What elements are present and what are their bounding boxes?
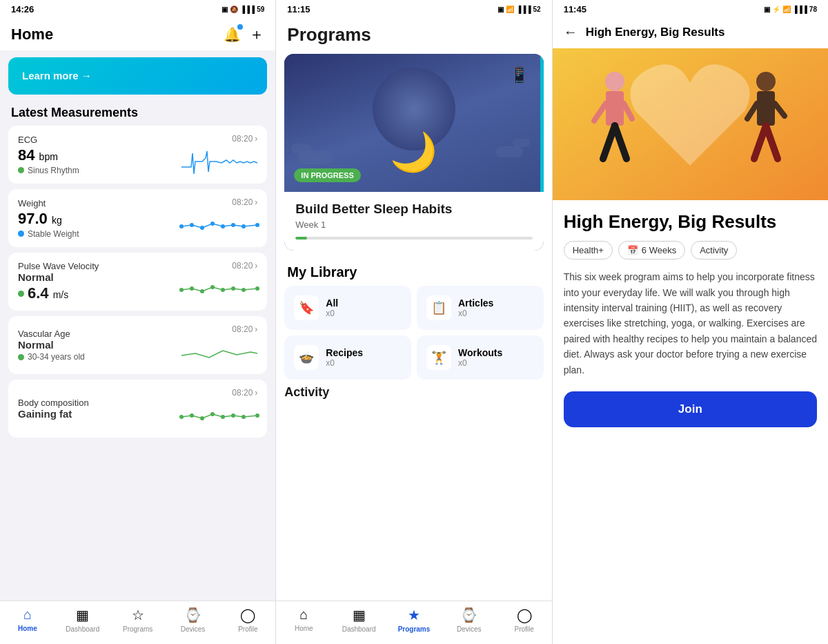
- ecg-status: Sinus Rhythm: [18, 166, 181, 175]
- wifi-icon: 📶: [506, 6, 514, 13]
- status-icons-2: ▣ 📶 ▐▐▐ 52: [497, 6, 540, 13]
- library-item-workouts[interactable]: 🏋 Workouts x0: [417, 335, 544, 380]
- nav2-profile-label: Profile: [515, 625, 534, 633]
- nav-home[interactable]: ⌂ Home: [0, 607, 55, 633]
- all-icon: 🔖: [294, 295, 319, 320]
- status-bar-2: 11:15 ▣ 📶 ▐▐▐ 52: [276, 0, 551, 17]
- header-actions: 🔔 ＋: [224, 24, 264, 45]
- app-header: Home 🔔 ＋: [0, 17, 275, 50]
- va-chart: [181, 338, 257, 366]
- activity-preview: Activity: [284, 385, 543, 400]
- bc-time: 08:20 ›: [232, 388, 257, 398]
- library-item-recipes[interactable]: 🍲 Recipes x0: [284, 335, 411, 380]
- programs-header: Programs: [276, 17, 551, 54]
- nfc-icon-2: ▣: [497, 6, 504, 13]
- library-recipes-count: x0: [326, 358, 363, 368]
- pwv-status: 6.4 m/s: [18, 284, 181, 302]
- detail-header: ← High Energy, Big Results: [553, 17, 828, 48]
- tag-health-plus: Health+: [564, 241, 613, 260]
- measurement-pwv[interactable]: Pulse Wave Velocity Normal 6.4 m/s 08:20…: [8, 253, 267, 311]
- learn-more-banner[interactable]: Learn more →: [8, 57, 267, 95]
- nav-dashboard[interactable]: ▦ Dashboard: [55, 607, 110, 633]
- add-icon[interactable]: ＋: [249, 24, 264, 45]
- weeks-label: 6 Weeks: [642, 245, 676, 255]
- library-workouts-count: x0: [458, 358, 502, 368]
- program-detail-title: High Energy, Big Results: [564, 211, 817, 233]
- runner2-svg: [742, 69, 790, 173]
- library-all-count: x0: [326, 309, 338, 318]
- nav2-programs[interactable]: ★ Programs: [386, 607, 442, 633]
- weight-label: Weight: [18, 198, 181, 208]
- pwv-chart: [181, 275, 257, 302]
- nav2-dashboard[interactable]: ▦ Dashboard: [331, 607, 386, 633]
- measurement-ecg[interactable]: ECG 84 bpm Sinus Rhythm 08:20 ›: [8, 126, 267, 184]
- profile-icon-2: ◯: [517, 607, 532, 623]
- nav-programs[interactable]: ☆ Programs: [110, 607, 166, 633]
- nav-home-label: Home: [18, 625, 37, 632]
- program-card-week: Week 1: [295, 219, 532, 230]
- runner1-svg: [591, 69, 639, 173]
- svg-point-22: [241, 415, 246, 419]
- nav2-profile[interactable]: ◯ Profile: [497, 607, 552, 633]
- screen-programs: 11:15 ▣ 📶 ▐▐▐ 52 Programs 🌙: [275, 0, 551, 644]
- svg-point-9: [190, 286, 194, 291]
- silent-icon: 🔕: [230, 6, 238, 13]
- signal-icon-2: ▐▐▐: [516, 6, 531, 13]
- join-button[interactable]: Join: [564, 391, 817, 427]
- ecg-dot: [18, 167, 24, 173]
- back-button[interactable]: ←: [564, 24, 578, 40]
- ecg-time: 08:20 ›: [232, 134, 257, 144]
- library-grid: 🔖 All x0 📋 Articles x0 🍲 Recipes x0: [284, 286, 543, 380]
- library-item-all[interactable]: 🔖 All x0: [284, 286, 411, 330]
- tag-activity: Activity: [691, 241, 737, 260]
- measurement-vascular-age[interactable]: Vascular Age Normal 30-34 years old 08:2…: [8, 316, 267, 374]
- programs-title: Programs: [287, 24, 540, 46]
- signal-icon-3: ▐▐▐: [793, 6, 807, 13]
- detail-header-title: High Energy, Big Results: [586, 26, 725, 39]
- ecg-label: ECG: [18, 135, 181, 145]
- battery-2: 52: [533, 6, 541, 13]
- va-sublabel: Normal: [18, 339, 181, 351]
- library-item-articles[interactable]: 📋 Articles x0: [417, 286, 544, 330]
- nav2-devices-label: Devices: [457, 625, 482, 633]
- weight-status: Stable Weight: [18, 229, 181, 239]
- runner1: [591, 69, 639, 175]
- library-workouts-name: Workouts: [458, 347, 502, 358]
- nav-profile[interactable]: ◯ Profile: [220, 607, 275, 633]
- bell-icon[interactable]: 🔔: [224, 26, 241, 43]
- calendar-icon-tag: 📅: [627, 245, 638, 255]
- nav2-devices[interactable]: ⌚ Devices: [442, 607, 497, 633]
- recipes-icon: 🍲: [294, 345, 319, 370]
- va-value: 30-34 years old: [28, 352, 85, 362]
- nav2-home-label: Home: [295, 625, 313, 632]
- nav-devices[interactable]: ⌚ Devices: [166, 607, 221, 633]
- pwv-dot: [18, 291, 24, 297]
- nfc-icon-3: ▣: [764, 6, 770, 13]
- nav-devices-label: Devices: [181, 625, 206, 633]
- svg-line-27: [615, 126, 627, 159]
- home-icon-2: ⌂: [299, 607, 308, 623]
- measurement-body-composition[interactable]: Body composition Gaining fat 08:20 ›: [8, 380, 267, 438]
- program-description: This six week program aims to help you i…: [564, 269, 817, 378]
- status-bar-3: 11:45 ▣ ⚡ 📶 ▐▐▐ 78: [553, 0, 828, 17]
- program-card[interactable]: 🌙 📱 IN PROGRESS Build Better Sleep Habit…: [284, 54, 543, 251]
- home-icon: ⌂: [23, 607, 32, 623]
- hero-image: [553, 48, 828, 200]
- my-library-title: My Library: [276, 259, 551, 286]
- signal-icon: ▐▐▐: [240, 6, 255, 13]
- bc-sublabel: Gaining fat: [18, 408, 181, 420]
- nav2-home[interactable]: ⌂ Home: [276, 607, 331, 633]
- svg-point-8: [179, 288, 184, 292]
- svg-point-4: [221, 224, 225, 228]
- weight-chart: [181, 211, 257, 239]
- battery-text: 59: [257, 6, 264, 13]
- phone-float-icon: 📱: [510, 66, 529, 84]
- articles-icon: 📋: [426, 295, 451, 320]
- measurement-weight[interactable]: Weight 97.0 kg Stable Weight 08:20 ›: [8, 189, 267, 247]
- progress-bar: [295, 237, 532, 240]
- ecg-value: 84 bpm: [18, 146, 181, 164]
- dashboard-icon-2: ▦: [353, 607, 366, 623]
- svg-rect-25: [606, 91, 624, 126]
- nfc-icon: ▣: [221, 6, 228, 13]
- nav-programs-label: Programs: [123, 625, 152, 633]
